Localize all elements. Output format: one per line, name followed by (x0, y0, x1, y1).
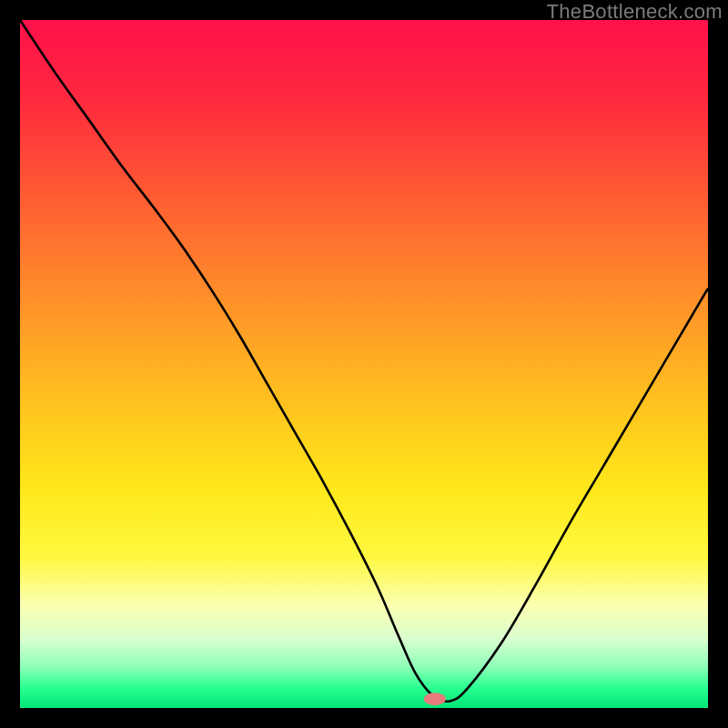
plot-area (20, 20, 708, 708)
chart-frame: TheBottleneck.com (0, 0, 728, 728)
bottleneck-curve-svg (20, 20, 708, 708)
optimal-point-marker-icon (424, 693, 446, 705)
watermark-label: TheBottleneck.com (547, 0, 723, 24)
bottleneck-curve-path (20, 20, 708, 702)
